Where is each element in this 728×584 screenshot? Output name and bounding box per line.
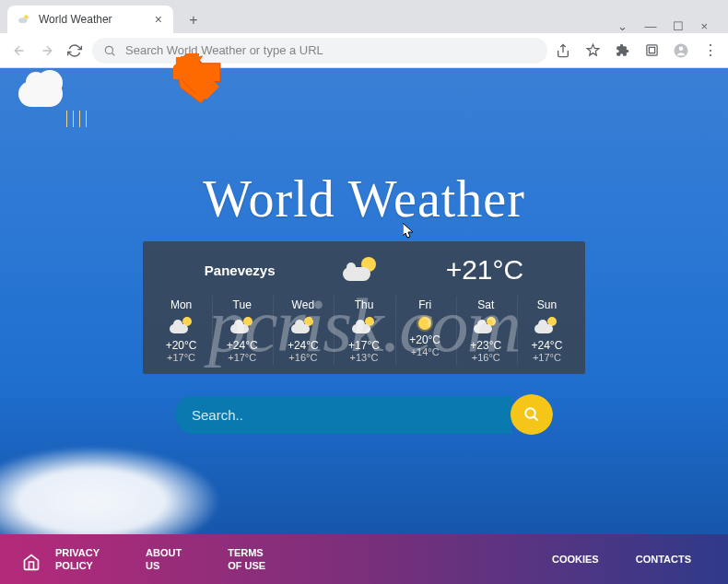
sun-cloud-icon <box>534 317 558 335</box>
omnibox-placeholder: Search World Weather or type a URL <box>125 43 323 57</box>
share-icon[interactable] <box>555 42 571 59</box>
footer-links-left: PRIVACY POLICY ABOUT US TERMS OF USE <box>55 546 265 573</box>
close-icon[interactable]: × <box>700 19 708 33</box>
current-city: Panevezys <box>205 263 276 278</box>
forecast-day[interactable]: Sun+24°C+17°C <box>517 295 576 367</box>
forecast-high: +20°C <box>398 333 452 346</box>
current-temp: +21°C <box>446 254 524 286</box>
omnibox[interactable]: Search World Weather or type a URL <box>92 38 547 64</box>
page-search-button[interactable] <box>511 394 553 435</box>
footer-link-terms[interactable]: TERMS OF USE <box>228 546 265 573</box>
forecast-day[interactable]: Thu+17°C+13°C <box>334 295 393 367</box>
sun-cloud-icon <box>474 317 498 335</box>
tab-favicon-icon <box>17 12 31 27</box>
forecast-day-name: Tue <box>215 298 269 311</box>
weather-widget: Panevezys +21°C Mon+20°C+17°CTue+24°C+17… <box>143 241 585 374</box>
footer-link-cookies[interactable]: COOKIES <box>552 553 599 566</box>
forecast-high: +24°C <box>215 339 269 352</box>
svg-rect-3 <box>646 45 656 55</box>
forecast-day-name: Sat <box>459 298 513 311</box>
forecast-high: +20°C <box>154 339 208 352</box>
star-icon[interactable] <box>584 42 601 59</box>
forecast-day[interactable]: Fri+20°C+14°C <box>395 295 454 367</box>
tab-bar: World Weather × + ⌄ — ☐ × <box>0 0 728 33</box>
forecast-high: +24°C <box>520 339 574 352</box>
toolbar-icons: ⋮ <box>555 42 719 59</box>
page-search-bar <box>175 394 553 435</box>
decor-cloud-icon <box>18 68 63 85</box>
forecast-day-name: Thu <box>336 298 391 311</box>
forecast-day[interactable]: Mon+20°C+17°C <box>152 295 210 367</box>
page-search-input[interactable] <box>175 396 512 434</box>
maximize-icon[interactable]: ☐ <box>673 19 684 33</box>
reload-button[interactable] <box>65 41 85 61</box>
extensions-icon[interactable] <box>614 42 630 59</box>
decor-rain-icon <box>66 111 87 127</box>
minimize-icon[interactable]: — <box>644 19 656 33</box>
reading-list-icon[interactable] <box>643 42 660 59</box>
svg-rect-4 <box>649 47 654 53</box>
chevron-down-icon[interactable]: ⌄ <box>617 19 628 33</box>
search-icon <box>103 44 116 57</box>
forecast-high: +24°C <box>276 339 330 352</box>
footer-links-right: COOKIES CONTACTS <box>552 553 691 566</box>
sun-cloud-icon <box>352 317 376 335</box>
forecast-high: +17°C <box>336 339 391 352</box>
browser-chrome: World Weather × + ⌄ — ☐ × Search World W… <box>0 0 728 68</box>
footer-link-privacy[interactable]: PRIVACY POLICY <box>55 546 100 573</box>
page-content: World Weather Panevezys +21°C Mon+20°C+1… <box>0 68 728 584</box>
forecast-day-name: Wed <box>276 298 330 311</box>
brand-title: World Weather <box>0 169 728 228</box>
forecast-low: +17°C <box>520 352 574 363</box>
current-weather: Panevezys +21°C <box>152 254 576 295</box>
forecast-high: +23°C <box>459 339 513 352</box>
new-tab-button[interactable]: + <box>181 7 206 33</box>
forecast-low: +14°C <box>398 346 452 357</box>
forecast-day[interactable]: Sat+23°C+16°C <box>456 295 515 367</box>
browser-tab[interactable]: World Weather × <box>7 6 173 33</box>
profile-icon[interactable] <box>673 42 689 59</box>
forecast-day-name: Fri <box>398 298 452 311</box>
current-weather-icon <box>343 257 378 283</box>
svg-point-2 <box>105 46 112 53</box>
forecast-low: +17°C <box>215 352 269 363</box>
forward-button[interactable] <box>37 41 57 61</box>
home-icon[interactable] <box>22 553 41 571</box>
svg-point-6 <box>679 46 684 51</box>
forecast-low: +16°C <box>276 352 330 363</box>
menu-icon[interactable]: ⋮ <box>702 42 719 59</box>
forecast-low: +17°C <box>154 352 208 363</box>
sun-cloud-icon <box>230 317 254 335</box>
forecast-day[interactable]: Wed+24°C+16°C <box>273 295 332 367</box>
forecast-low: +13°C <box>336 352 391 363</box>
footer-link-about[interactable]: ABOUT US <box>146 546 182 573</box>
sun-cloud-icon <box>170 317 194 335</box>
forecast-row: Mon+20°C+17°CTue+24°C+17°CWed+24°C+16°CT… <box>152 295 576 367</box>
window-controls: ⌄ — ☐ × <box>617 19 721 33</box>
search-icon <box>523 406 540 423</box>
address-bar: Search World Weather or type a URL ⋮ <box>0 33 728 68</box>
footer: PRIVACY POLICY ABOUT US TERMS OF USE COO… <box>0 534 728 584</box>
footer-link-contacts[interactable]: CONTACTS <box>636 553 691 566</box>
forecast-day[interactable]: Tue+24°C+17°C <box>212 295 271 367</box>
forecast-day-name: Mon <box>154 298 208 311</box>
forecast-low: +16°C <box>459 352 513 363</box>
sun-cloud-icon <box>291 317 315 335</box>
back-button[interactable] <box>9 41 29 61</box>
tab-title: World Weather <box>39 13 112 26</box>
forecast-day-name: Sun <box>520 298 574 311</box>
tab-close-icon[interactable]: × <box>153 10 164 29</box>
sun-icon <box>418 317 431 330</box>
svg-point-1 <box>18 18 27 23</box>
